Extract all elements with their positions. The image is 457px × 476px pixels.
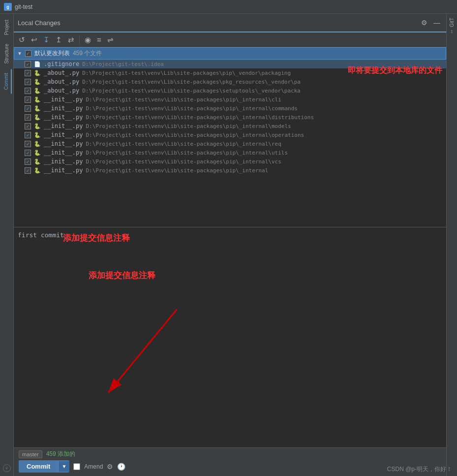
sidebar-item-project[interactable]: Project bbox=[2, 16, 11, 39]
list-button[interactable]: ≡ bbox=[95, 34, 103, 45]
file-path-1: D:\Project\git-test\venv\Lib\site-packag… bbox=[82, 70, 291, 76]
file-checkbox-4[interactable]: ✓ bbox=[25, 96, 31, 103]
file-item-init-10[interactable]: ✓ 🐍 __init__.py D:\Project\git-test\venv… bbox=[14, 148, 446, 157]
bottom-bar-actions: Commit ▼ Amend ⚙ 🕐 bbox=[19, 460, 441, 473]
file-item-gitignore[interactable]: ✓ 📄 .gitignore D:\Project\git-test\.idea bbox=[14, 60, 446, 68]
left-panel: Project Structure Commit ⑂ bbox=[0, 14, 14, 476]
python-icon-12: 🐍 bbox=[34, 167, 41, 174]
panel-header: Local Changes ⚙ — bbox=[14, 14, 446, 32]
python-icon-1: 🐍 bbox=[34, 69, 41, 76]
file-item-init-6[interactable]: ✓ 🐍 __init__.py D:\Project\git-test\venv… bbox=[14, 113, 446, 122]
file-item-init-9[interactable]: ✓ 🐍 __init__.py D:\Project\git-test\venv… bbox=[14, 139, 446, 148]
window-title: git-test bbox=[15, 3, 32, 10]
file-path-3: D:\Project\git-test\venv\Lib\site-packag… bbox=[82, 88, 301, 94]
python-icon-6: 🐍 bbox=[34, 114, 41, 121]
file-checkbox-0[interactable]: ✓ bbox=[25, 61, 31, 67]
toolbar: ↺ ↩ ↧ ↥ ⇄ ◉ ≡ ⇌ bbox=[14, 32, 446, 47]
file-path-11: D:\Project\git-test\venv\Lib\site-packag… bbox=[86, 159, 281, 165]
file-path-2: D:\Project\git-test\venv\Lib\site-packag… bbox=[82, 79, 301, 85]
commit-button[interactable]: Commit bbox=[19, 460, 58, 473]
file-item-init-4[interactable]: ✓ 🐍 __init__.py D:\Project\git-test\venv… bbox=[14, 95, 446, 104]
file-checkbox-10[interactable]: ✓ bbox=[25, 150, 31, 156]
file-item-init-8[interactable]: ✓ 🐍 __init__.py D:\Project\git-test\venv… bbox=[14, 130, 446, 139]
update-button[interactable]: ↧ bbox=[41, 34, 52, 45]
file-name-12: __init__.py bbox=[44, 167, 83, 174]
file-path-4: D:\Project\git-test\venv\Lib\site-packag… bbox=[86, 96, 281, 103]
python-icon-9: 🐍 bbox=[34, 140, 41, 147]
center-content: Local Changes ⚙ — ↺ ↩ ↧ ↥ ⇄ ◉ ≡ ⇌ ▼ ✓ 默认… bbox=[14, 14, 446, 476]
file-item-init-5[interactable]: ✓ 🐍 __init__.py D:\Project\git-test\venv… bbox=[14, 104, 446, 113]
file-name-1: _about_.py bbox=[44, 69, 79, 76]
file-checkbox-1[interactable]: ✓ bbox=[25, 70, 31, 76]
amend-checkbox[interactable] bbox=[73, 463, 80, 470]
added-count: 459 添加的 bbox=[46, 450, 75, 458]
file-name-6: __init__.py bbox=[44, 114, 83, 121]
file-name-9: __init__.py bbox=[44, 140, 83, 147]
file-checkbox-8[interactable]: ✓ bbox=[25, 132, 31, 138]
gitignore-icon: 📄 bbox=[34, 61, 41, 67]
file-path-0: D:\Project\git-test\.idea bbox=[82, 61, 164, 67]
python-icon-8: 🐍 bbox=[34, 131, 41, 138]
python-icon-11: 🐍 bbox=[34, 158, 41, 165]
file-checkbox-2[interactable]: ✓ bbox=[25, 79, 31, 85]
commit-message-input[interactable]: first commit bbox=[14, 227, 446, 375]
amend-label: Amend bbox=[84, 463, 103, 470]
commit-settings-button[interactable]: ⚙ bbox=[107, 463, 113, 471]
file-name-5: __init__.py bbox=[44, 105, 83, 112]
file-item-init-7[interactable]: ✓ 🐍 __init__.py D:\Project\git-test\venv… bbox=[14, 122, 446, 130]
file-checkbox-12[interactable]: ✓ bbox=[25, 167, 31, 174]
minimize-panel-button[interactable]: — bbox=[431, 18, 442, 28]
bottom-bar-top: master 459 添加的 bbox=[19, 450, 441, 458]
file-path-7: D:\Project\git-test\venv\Lib\site-packag… bbox=[86, 123, 291, 129]
file-name-0: .gitignore bbox=[44, 61, 79, 67]
file-checkbox-3[interactable]: ✓ bbox=[25, 88, 31, 94]
file-name-2: _about_.py bbox=[44, 78, 79, 85]
file-group-header[interactable]: ▼ ✓ 默认更改列表 459 个文件 bbox=[14, 47, 446, 60]
title-bar: g git-test bbox=[0, 0, 457, 14]
file-name-4: __init__.py bbox=[44, 96, 83, 103]
file-checkbox-6[interactable]: ✓ bbox=[25, 114, 31, 121]
line-number: 1 bbox=[451, 29, 453, 34]
python-icon-3: 🐍 bbox=[34, 87, 41, 94]
right-panel: GitT 1 bbox=[446, 14, 457, 476]
refresh-button[interactable]: ↺ bbox=[17, 34, 27, 45]
group-label: 默认更改列表 bbox=[34, 49, 70, 58]
expand-triangle: ▼ bbox=[17, 51, 22, 56]
settings-panel-button[interactable]: ⚙ bbox=[419, 18, 429, 28]
file-checkbox-5[interactable]: ✓ bbox=[25, 105, 31, 112]
panel-title: Local Changes bbox=[18, 19, 61, 27]
python-icon-4: 🐍 bbox=[34, 96, 41, 103]
sidebar-item-commit[interactable]: Commit bbox=[1, 69, 12, 94]
app-icon: g bbox=[4, 3, 12, 11]
file-checkbox-9[interactable]: ✓ bbox=[25, 141, 31, 147]
commit-history-button[interactable]: 🕐 bbox=[117, 463, 125, 471]
file-path-9: D:\Project\git-test\venv\Lib\site-packag… bbox=[86, 141, 281, 147]
swap-button[interactable]: ⇄ bbox=[66, 34, 76, 45]
file-item-init-11[interactable]: ✓ 🐍 __init__.py D:\Project\git-test\venv… bbox=[14, 157, 446, 166]
branch-label: master bbox=[19, 450, 42, 458]
file-path-10: D:\Project\git-test\venv\Lib\site-packag… bbox=[86, 150, 288, 156]
upload-button[interactable]: ↥ bbox=[54, 34, 64, 45]
rollback-button[interactable]: ↩ bbox=[29, 34, 39, 45]
commit-message-area: first commit 添加提交信息注释 bbox=[14, 227, 446, 447]
file-checkbox-7[interactable]: ✓ bbox=[25, 123, 31, 129]
file-list[interactable]: ▼ ✓ 默认更改列表 459 个文件 ✓ 📄 .gitignore D:\Pro… bbox=[14, 47, 446, 227]
file-item-init-12[interactable]: ✓ 🐍 __init__.py D:\Project\git-test\venv… bbox=[14, 166, 446, 175]
commit-dropdown-button[interactable]: ▼ bbox=[58, 461, 69, 472]
sort-button[interactable]: ⇌ bbox=[105, 34, 116, 45]
file-item-about-3[interactable]: ✓ 🐍 _about_.py D:\Project\git-test\venv\… bbox=[14, 86, 446, 95]
view-button[interactable]: ◉ bbox=[83, 34, 93, 45]
file-name-7: __init__.py bbox=[44, 123, 83, 129]
file-path-12: D:\Project\git-test\venv\Lib\site-packag… bbox=[86, 167, 268, 174]
file-path-6: D:\Project\git-test\venv\Lib\site-packag… bbox=[86, 114, 314, 121]
commit-button-group: Commit ▼ bbox=[19, 460, 69, 473]
file-name-8: __init__.py bbox=[44, 131, 83, 138]
bottom-bar: master 459 添加的 Commit ▼ Amend ⚙ 🕐 bbox=[14, 447, 446, 476]
file-name-3: _about_.py bbox=[44, 87, 79, 94]
file-item-about-1[interactable]: ✓ 🐍 _about_.py D:\Project\git-test\venv\… bbox=[14, 68, 446, 77]
file-item-about-2[interactable]: ✓ 🐍 _about_.py D:\Project\git-test\venv\… bbox=[14, 77, 446, 86]
branch-icon[interactable]: ⑂ bbox=[3, 464, 11, 472]
group-checkbox[interactable]: ✓ bbox=[25, 50, 31, 57]
sidebar-item-structure[interactable]: Structure bbox=[2, 40, 11, 68]
file-checkbox-11[interactable]: ✓ bbox=[25, 159, 31, 165]
